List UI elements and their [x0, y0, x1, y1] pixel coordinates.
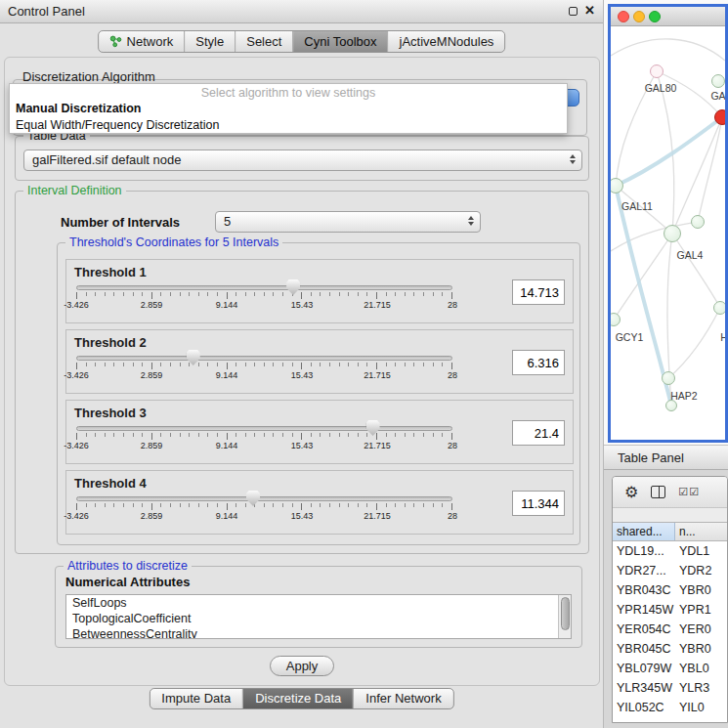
- table-cell[interactable]: YPR1: [675, 600, 727, 620]
- minimize-icon[interactable]: [569, 7, 578, 16]
- threshold-4-slider[interactable]: -3.4262.8599.14415.4321.71528: [76, 496, 452, 521]
- table-data-combobox[interactable]: galFiltered.sif default node: [23, 150, 582, 171]
- tick-mark: [142, 433, 143, 437]
- network-view-window: GAL80GAGAL11GAL4GCY1HHAP2: [608, 4, 728, 443]
- slider-track[interactable]: [76, 426, 452, 431]
- tick-mark: [366, 433, 367, 437]
- tick-mark: [433, 292, 434, 296]
- threshold-2-slider[interactable]: -3.4262.8599.14415.4321.71528: [76, 356, 452, 380]
- tick-mark: [320, 363, 321, 366]
- tick-mark: [189, 363, 190, 366]
- close-icon[interactable]: ✕: [584, 3, 595, 18]
- threshold-4-value-field[interactable]: [512, 491, 565, 516]
- tab-discretize-data[interactable]: Discretize Data: [242, 689, 353, 708]
- table-cell[interactable]: YBL0: [675, 659, 727, 678]
- table-cell[interactable]: YDL19...: [613, 541, 675, 561]
- table-row[interactable]: YLR345WYLR3: [613, 678, 727, 698]
- tick-mark: [207, 503, 208, 507]
- network-node[interactable]: [711, 74, 725, 88]
- tick-mark: [433, 363, 434, 366]
- tab-impute-data[interactable]: Impute Data: [150, 689, 242, 708]
- table-cell[interactable]: YLR345W: [613, 678, 675, 698]
- table-cell[interactable]: YPR145W: [613, 600, 675, 620]
- tab-network[interactable]: Network: [99, 31, 185, 52]
- combobox-arrows-icon: [468, 216, 474, 226]
- table-cell[interactable]: YER0: [675, 620, 727, 639]
- list-item[interactable]: TopologicalCoefficient: [66, 611, 558, 626]
- numerical-attributes-list[interactable]: SelfLoopsTopologicalCoefficientBetweenne…: [65, 594, 572, 639]
- column-header-name[interactable]: n...: [675, 523, 727, 540]
- minimize-traffic-light-icon[interactable]: [633, 11, 645, 22]
- list-item[interactable]: SelfLoops: [66, 595, 558, 611]
- table-cell[interactable]: YLR3: [675, 678, 727, 698]
- threshold-1-slider[interactable]: -3.4262.8599.14415.4321.71528: [76, 285, 452, 310]
- threshold-3-value-field[interactable]: [512, 420, 565, 446]
- slider-track[interactable]: [76, 496, 452, 501]
- tab-cyni-toolbox[interactable]: Cyni Toolbox: [292, 31, 387, 52]
- checkbox-filter-icons[interactable]: ☑☑: [678, 486, 700, 498]
- network-canvas[interactable]: GAL80GAGAL11GAL4GCY1HHAP2: [611, 26, 725, 440]
- network-node[interactable]: [714, 109, 725, 125]
- tick-mark: [123, 292, 124, 296]
- number-of-intervals-value: 5: [224, 214, 231, 229]
- network-node[interactable]: [691, 215, 705, 229]
- tick-mark: [376, 363, 377, 369]
- table-row[interactable]: YDR27...YDR2: [613, 561, 727, 580]
- table-cell[interactable]: YBR0: [675, 580, 727, 600]
- network-node[interactable]: [713, 301, 725, 315]
- network-node-label: GA: [710, 90, 725, 102]
- table-row[interactable]: YBR045CYBR0: [613, 639, 727, 659]
- table-row[interactable]: YBR043CYBR0: [613, 580, 727, 600]
- algorithm-combobox-button[interactable]: [566, 89, 579, 107]
- slider-track[interactable]: [76, 285, 452, 290]
- number-of-intervals-combobox[interactable]: 5: [215, 211, 481, 233]
- tick-label: 9.144: [216, 300, 238, 310]
- table-cell[interactable]: YDR2: [675, 561, 727, 580]
- network-node[interactable]: [664, 225, 681, 242]
- tick-mark: [301, 433, 302, 440]
- tab-select[interactable]: Select: [235, 31, 292, 52]
- table-cell[interactable]: YBR045C: [613, 639, 675, 659]
- option-equal-width-frequency[interactable]: Equal Width/Frequency Discretization: [16, 118, 219, 132]
- table-row[interactable]: YDL19...YDL1: [613, 541, 727, 561]
- table-cell[interactable]: YIL052C: [613, 698, 675, 717]
- threshold-1-value-field[interactable]: [512, 279, 565, 305]
- tick-mark: [451, 363, 452, 369]
- threshold-2-value-field[interactable]: [512, 350, 565, 375]
- gear-icon[interactable]: ⚙: [624, 485, 638, 500]
- table-row[interactable]: YBL079WYBL0: [613, 659, 727, 678]
- tab-infer-network[interactable]: Infer Network: [353, 689, 452, 708]
- list-scrollbar[interactable]: [558, 595, 571, 638]
- tick-mark: [236, 433, 236, 437]
- table-cell[interactable]: YDR27...: [613, 561, 675, 580]
- table-cell[interactable]: YER054C: [613, 620, 675, 639]
- slider-track[interactable]: [76, 356, 452, 361]
- tab-style[interactable]: Style: [184, 31, 235, 52]
- tick-mark: [76, 292, 77, 299]
- list-item[interactable]: BetweennessCentrality: [66, 626, 558, 639]
- table-cell[interactable]: YDL1: [675, 541, 727, 561]
- table-cell[interactable]: YBR0: [675, 639, 727, 659]
- columns-icon[interactable]: [651, 486, 665, 498]
- scrollbar-thumb[interactable]: [561, 597, 570, 630]
- table-cell[interactable]: YBR043C: [613, 580, 675, 600]
- table-cell[interactable]: YBL079W: [613, 659, 675, 678]
- option-manual-discretization[interactable]: Manual Discretization: [16, 102, 142, 115]
- table-row[interactable]: YIL052CYIL0: [613, 698, 727, 717]
- tab-jactivemnodules[interactable]: jActiveMNodules: [388, 31, 505, 52]
- network-node-label: H: [720, 331, 725, 343]
- apply-button[interactable]: Apply: [270, 656, 334, 676]
- network-node[interactable]: [662, 371, 675, 385]
- table-panel-titlebar[interactable]: Table Panel: [604, 445, 728, 470]
- tick-mark: [95, 433, 96, 437]
- table-row[interactable]: YPR145WYPR1: [613, 600, 727, 620]
- tick-label: 15.43: [291, 300, 314, 310]
- tick-mark: [395, 503, 396, 507]
- table-row[interactable]: YER054CYER0: [613, 620, 727, 639]
- close-traffic-light-icon[interactable]: [618, 11, 629, 22]
- zoom-traffic-light-icon[interactable]: [649, 11, 661, 22]
- threshold-3-slider[interactable]: -3.4262.8599.14415.4321.71528: [76, 426, 452, 450]
- table-cell[interactable]: YIL0: [675, 698, 727, 717]
- network-node[interactable]: [650, 64, 664, 78]
- column-header-shared-name[interactable]: shared...: [613, 523, 675, 540]
